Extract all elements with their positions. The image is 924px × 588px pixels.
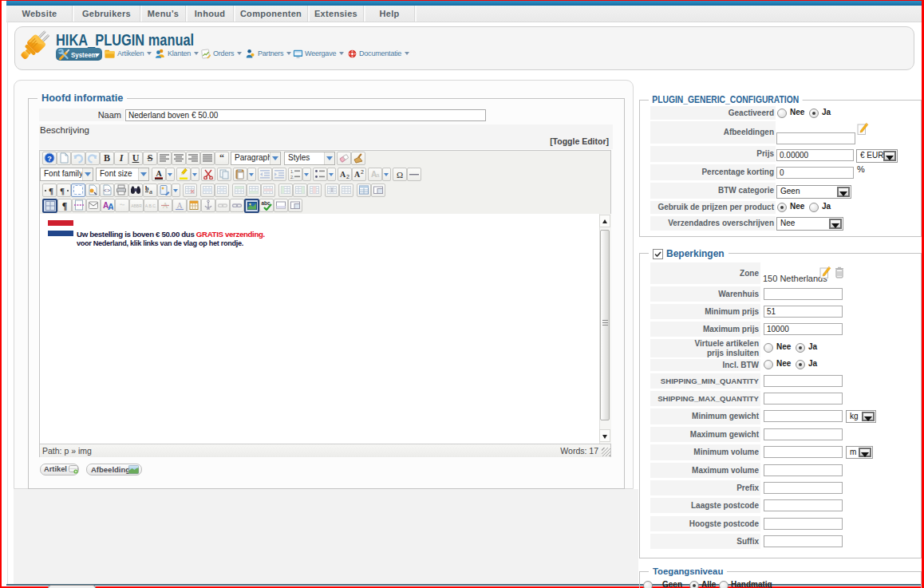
svg-text:A: A [176,201,183,210]
svg-text:Ω: Ω [397,170,403,180]
svg-text:2: 2 [361,169,364,175]
svg-text:ABBR: ABBR [131,203,142,208]
svg-text:“: “ [219,152,224,164]
svg-text:A: A [108,202,113,211]
svg-text:a: a [149,187,152,195]
svg-text:2: 2 [346,174,349,180]
svg-text:abc: abc [261,200,270,206]
svg-text:2.: 2. [290,175,294,180]
svg-text:A: A [354,170,361,179]
svg-text:a: a [376,172,380,179]
svg-text:1.: 1. [290,169,294,174]
svg-text:¶: ¶ [60,186,65,195]
svg-text:¶: ¶ [62,200,67,211]
svg-text:“”: “” [120,203,124,209]
svg-text:A: A [340,170,346,179]
svg-text:A.B.C.: A.B.C. [145,203,156,208]
svg-text:¶: ¶ [49,186,53,195]
svg-text:?: ? [47,155,52,163]
svg-text:<>: <> [104,187,110,194]
svg-text:A: A [156,169,162,178]
